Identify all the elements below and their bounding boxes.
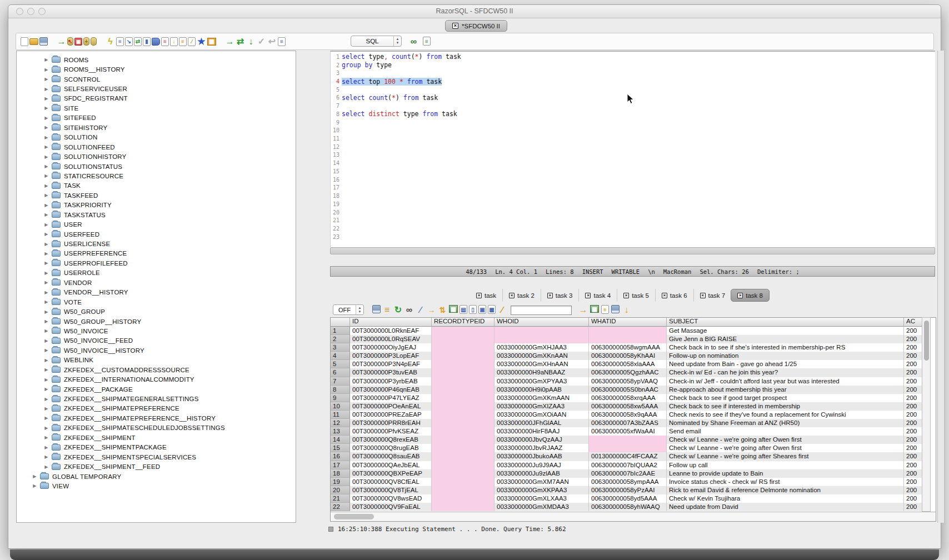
table-row[interactable]: 600T3000000P3tuvEAB0033000000H9aNBAAZ006… [331,368,936,377]
table-cell[interactable] [432,360,495,368]
table-cell[interactable] [432,469,495,478]
disclosure-triangle-icon[interactable]: ▶ [43,426,50,431]
history-icon[interactable]: ≡ [278,37,286,46]
table-cell[interactable]: 00T3000000P3LopEAF [350,352,432,360]
table-cell[interactable]: 006300000058yd5AAA [589,494,667,503]
close-tab-icon[interactable]: × [662,293,667,298]
table-cell[interactable]: 0033000000GmXKmAAN [495,394,589,402]
tree-item-userlicense[interactable]: ▶USERLICENSE [17,239,296,248]
tree-item-userpreference[interactable]: ▶USERPREFERENCE [17,249,296,258]
table-cell[interactable]: 0033000000GmXLXAA3 [495,494,589,503]
open-file-icon[interactable] [29,38,38,45]
editor-horizontal-scrollbar[interactable] [330,247,935,254]
tree-item-userprofilefeed[interactable]: ▶USERPROFILEFEED [17,258,296,268]
tree-item-taskfeed[interactable]: ▶TASKFEED [17,191,296,200]
table-cell[interactable]: Check back in to see if she's interested… [667,343,904,352]
export-table-icon[interactable]: ▦ [449,305,458,313]
tree-item-w50-invoice[interactable]: ▶W50_INVOICE [17,326,296,336]
table-cell[interactable]: Invoice status check - check w/ RS first [667,478,904,486]
table-cell[interactable]: Follow up call [667,461,904,469]
table-cell[interactable]: 0033000000GmXM7AAN [495,478,589,486]
close-tab-icon[interactable]: × [737,293,743,298]
table-cell[interactable]: Re-approach about membership this year [667,386,904,394]
tree-item-sitehistory[interactable]: ▶SITEHISTORY [17,123,296,132]
table-cell[interactable]: 00T3000000OiyJgEAJ [350,343,432,352]
table-cell[interactable]: 0033000000GmXMDAA3 [495,503,589,511]
table-horizontal-scrollbar[interactable] [331,512,936,521]
editor-line[interactable]: 23 [331,233,935,241]
table-cell[interactable]: 0033000000H9aNBAAZ [495,368,589,377]
table-cell[interactable]: 00T3000000P47LYEAZ [350,394,432,402]
table-row[interactable]: 800T3000000P46qnEAB0033000000H9i0pAAB006… [331,386,936,394]
disclosure-triangle-icon[interactable]: ▶ [43,416,50,421]
tree-item-zkfedex-shipment[interactable]: ▶ZKFEDEX__SHIPMENT [17,433,296,442]
save-icon[interactable] [39,37,48,46]
editor-line[interactable]: 8select distinct type from task [331,110,935,118]
table-cell[interactable]: 00T3000000P3N4pEAF [350,360,432,368]
table-row[interactable]: 2000T3000000QV8TjEAL0033000000GmXKPAA300… [331,486,936,494]
disclosure-triangle-icon[interactable]: ▶ [43,251,50,256]
tree-item-solutionstatus[interactable]: ▶SOLUTIONSTATUS [17,162,296,171]
tree-item-zkfedex-shipmatepreference-history[interactable]: ▶ZKFEDEX__SHIPMATEPREFERENCE__HISTORY [17,413,296,423]
column-header-subject[interactable]: SUBJECT [667,318,904,327]
editor-line[interactable]: 16 [331,176,935,184]
disclosure-triangle-icon[interactable]: ▶ [43,464,50,469]
tree-item-vendor[interactable]: ▶VENDOR [17,278,296,287]
table-cell[interactable]: 0033000000GmXOiAAN [495,411,589,419]
table-cell[interactable]: 006300000058xlaAAA [589,360,667,368]
sql-editor[interactable]: 1select type, count(*) from task2group b… [330,51,935,247]
table-cell[interactable]: 006300000058ympAAA [589,478,667,486]
disclosure-triangle-icon[interactable]: ▶ [43,106,50,111]
column-header-id[interactable]: ID [350,318,432,327]
table-cell[interactable]: 00T3000000PfvKSEAZ [350,427,432,436]
tree-item-solution[interactable]: ▶SOLUTION [17,133,296,142]
import-icon[interactable]: ⇄ [134,37,142,46]
table-cell[interactable] [432,427,495,436]
close-tab-icon[interactable]: × [623,293,629,298]
tree-item-vendor-history[interactable]: ▶VENDOR__HISTORY [17,288,296,297]
table-cell[interactable] [432,452,495,461]
editor-line[interactable]: 13 [331,151,935,159]
editor-line[interactable]: 18 [331,192,935,200]
disclosure-triangle-icon[interactable]: ▶ [43,222,50,227]
table-cell[interactable]: 0033000000JbvRJAAZ [495,444,589,452]
table-cell[interactable] [432,478,495,486]
move-row-icon[interactable]: ⇅ [438,305,447,314]
columns-view-icon[interactable]: ▤ [459,305,467,314]
table-cell[interactable]: 00T3000000QV8CfEAL [350,478,432,486]
table-cell[interactable] [432,335,495,343]
disclosure-triangle-icon[interactable]: ▶ [43,435,50,440]
table-cell[interactable] [432,343,495,352]
table-cell[interactable]: 006300000058yKhAAI [589,352,667,360]
table-cell[interactable] [589,335,667,343]
tree-item-userrole[interactable]: ▶USERROLE [17,268,296,278]
editor-line[interactable]: 15 [331,167,935,176]
describe-table-icon[interactable]: ▮ [143,37,151,46]
copy-with-headers-icon[interactable]: ▦ [488,305,496,314]
table-cell[interactable]: Need update from David [667,503,904,511]
table-cell[interactable]: Get Massage [667,327,904,335]
table-cell[interactable] [589,436,667,444]
table-cell[interactable]: 0033000000GmXHnAAN [495,360,589,368]
table-cell[interactable]: 00630000005QgzhAAC [589,368,667,377]
table-row[interactable]: 2200T3000000QV9FaEAL0033000000GmXMDAA300… [331,503,936,511]
tree-item-taskpriority[interactable]: ▶TASKPRIORITY [17,201,296,210]
tree-item-solutionfeed[interactable]: ▶SOLUTIONFEED [17,142,296,152]
disclosure-triangle-icon[interactable]: ▶ [43,203,50,208]
align-icon[interactable]: ≡ [179,37,187,46]
editor-line[interactable]: 21 [331,216,935,224]
execute-fetch-icon[interactable]: ↓ [246,37,256,46]
table-cell[interactable]: 00T3000000Q8sauEAB [350,452,432,461]
disclosure-triangle-icon[interactable]: ▶ [43,154,50,159]
table-cell[interactable]: 00630000005S0bnAAC [589,386,667,394]
tree-item-zkfedex-shipmategeneralsettings[interactable]: ▶ZKFEDEX__SHIPMATEGENERALSETTINGS [17,394,296,403]
table-cell[interactable]: 00T3000000P3tuvEAB [350,368,432,377]
disclosure-triangle-icon[interactable]: ▶ [43,271,50,276]
table-cell[interactable]: 00T3000000QV8TjEAL [350,486,432,494]
disclosure-triangle-icon[interactable]: ▶ [43,406,50,411]
edit-cell-icon[interactable]: ∕ [416,305,425,314]
tree-item-taskstatus[interactable]: ▶TASKSTATUS [17,210,296,219]
disclosure-triangle-icon[interactable]: ▶ [43,193,50,198]
table-cell[interactable] [432,444,495,452]
disclosure-triangle-icon[interactable]: ▶ [43,67,50,72]
